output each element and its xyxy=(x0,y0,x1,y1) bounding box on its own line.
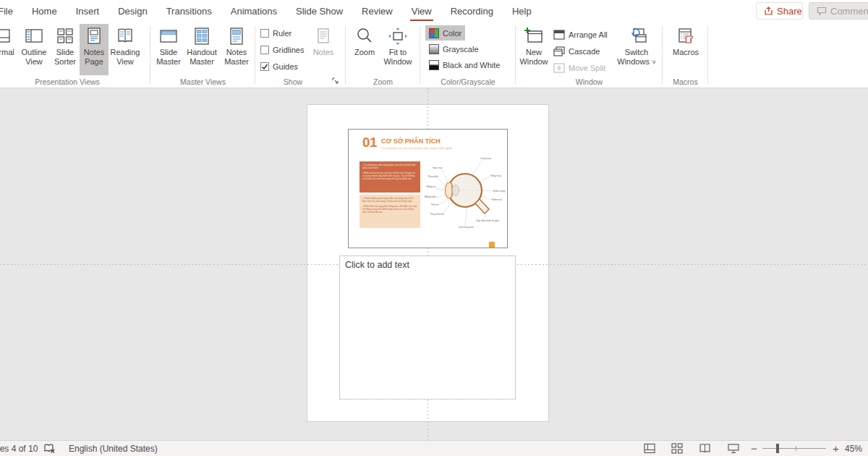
presentation-views-group-label: Presentation Views xyxy=(0,77,148,86)
macros-group-label: Macros xyxy=(663,77,707,86)
move-split-label: Move Split xyxy=(569,64,605,72)
tab-slide-show[interactable]: Slide Show xyxy=(286,0,352,22)
handout-master-label: Handout Master xyxy=(184,48,220,67)
color-label: Color xyxy=(443,29,461,38)
tab-recording[interactable]: Recording xyxy=(441,0,503,22)
eye-label: Đồng tử xyxy=(427,185,436,188)
zoom-in-button[interactable]: + xyxy=(833,441,839,456)
color-grayscale-group-label: Color/Grayscale xyxy=(421,77,515,86)
arrange-all-label: Arrange All xyxy=(569,30,608,39)
show-group-label: Show xyxy=(256,77,330,86)
zoom-slider-track[interactable] xyxy=(762,448,826,449)
slide-master-button[interactable]: Slide Master xyxy=(153,24,184,75)
slide-dark-text-box: Tại võng mạc ánh sáng được cảm thụ và hì… xyxy=(359,161,420,193)
new-window-label: New Window xyxy=(518,48,550,67)
ruler-checkbox-box xyxy=(260,29,269,38)
group-separator xyxy=(255,26,255,84)
tab-view[interactable]: View xyxy=(402,0,441,22)
tab-transitions[interactable]: Transitions xyxy=(157,0,221,22)
macros-icon xyxy=(676,25,695,48)
slide-bullet: Thành phần quan trọng nhất của võng mạc … xyxy=(362,197,417,203)
dialog-launcher-icon xyxy=(332,77,339,85)
outline-view-icon xyxy=(25,25,43,48)
guides-checkbox[interactable]: Guides xyxy=(260,60,298,72)
arrange-all-button[interactable]: Arrange All xyxy=(550,27,611,42)
notes-button[interactable]: Notes xyxy=(307,24,339,75)
notes-master-button[interactable]: Notes Master xyxy=(220,24,253,75)
slide-sorter-status-button[interactable] xyxy=(671,441,683,456)
slideshow-status-button[interactable] xyxy=(728,441,739,456)
guides-checkbox-box xyxy=(260,62,269,71)
black-and-white-icon xyxy=(429,60,439,70)
slide-bullet: Điểm mù là nơi các sợi trục tế bào hạch … xyxy=(362,172,417,181)
fit-to-window-button[interactable]: Fit to Window xyxy=(379,24,417,75)
ribbon: Normal Outline View Slide Sorter Notes P… xyxy=(0,22,868,88)
move-split-button[interactable]: Move Split xyxy=(550,60,609,75)
switch-windows-label: Switch Windows ˅ xyxy=(615,48,658,67)
tab-design[interactable]: Design xyxy=(109,0,156,22)
normal-view-status-button[interactable] xyxy=(644,441,655,456)
switch-windows-button[interactable]: Switch Windows ˅ xyxy=(615,24,658,75)
slide-master-icon xyxy=(159,25,178,48)
slide-section-number: 01 xyxy=(362,135,377,151)
chevron-down-icon: ˅ xyxy=(650,59,656,66)
tab-review[interactable]: Review xyxy=(352,0,402,22)
eye-label: Củng mạc xyxy=(480,157,492,160)
comments-button[interactable]: Comments xyxy=(809,2,868,20)
language-status[interactable]: English (United States) xyxy=(69,441,158,456)
tab-home[interactable]: Home xyxy=(22,0,67,22)
share-icon xyxy=(764,7,773,16)
black-and-white-label: Black and White xyxy=(443,61,500,69)
zoom-slider-thumb[interactable] xyxy=(776,444,779,453)
black-and-white-button[interactable]: Black and White xyxy=(425,57,503,72)
slide-sorter-icon xyxy=(56,25,75,48)
window-group-label: Window xyxy=(516,77,662,86)
switch-windows-icon xyxy=(626,25,647,48)
slide-indicator[interactable]: Notes 4 of 10 xyxy=(0,441,38,456)
zoom-level[interactable]: 45% xyxy=(845,441,862,456)
tab-animations[interactable]: Animations xyxy=(221,0,286,22)
zoom-group-label: Zoom xyxy=(346,77,420,86)
notes-master-icon xyxy=(227,25,246,48)
outline-view-button[interactable]: Outline View xyxy=(17,24,51,75)
grayscale-label: Grayscale xyxy=(443,45,479,54)
notes-text-placeholder[interactable]: Click to add text xyxy=(339,256,516,400)
gridlines-checkbox[interactable]: Gridlines xyxy=(260,43,304,56)
outline-view-label: Outline View xyxy=(17,48,51,67)
reading-view-icon xyxy=(116,25,135,48)
tab-help[interactable]: Help xyxy=(503,0,541,22)
new-window-button[interactable]: New Window xyxy=(518,24,550,75)
handout-master-icon xyxy=(192,25,211,48)
fit-to-window-icon xyxy=(388,25,408,48)
zoom-out-button[interactable]: − xyxy=(751,441,757,456)
slide-sorter-button[interactable]: Slide Sorter xyxy=(51,24,80,75)
zoom-button[interactable]: Zoom xyxy=(350,24,379,75)
eye-label: Thể mi xyxy=(431,203,439,206)
normal-view-button[interactable]: Normal xyxy=(0,24,16,75)
ruler-checkbox[interactable]: Ruler xyxy=(260,27,292,39)
cascade-button[interactable]: Cascade xyxy=(550,43,603,59)
reading-view-status-button[interactable] xyxy=(699,441,711,456)
grayscale-button[interactable]: Grayscale xyxy=(425,41,482,56)
macros-button[interactable]: Macros xyxy=(665,24,706,75)
group-separator xyxy=(707,26,708,84)
slide-thumbnail[interactable]: 01 CƠ SỞ PHÂN TÍCH Cơ sở phân tích của s… xyxy=(348,129,508,248)
color-button[interactable]: Color xyxy=(425,25,465,41)
ruler-label: Ruler xyxy=(273,29,292,38)
notes-page-button[interactable]: Notes Page xyxy=(80,24,109,75)
notes-page-icon xyxy=(85,25,103,48)
zoom-icon xyxy=(355,25,374,48)
eye-anatomy-diagram: Củng mạc Giác mạc Thủy dịch Đồng tử Mống… xyxy=(424,153,507,236)
tab-file[interactable]: File xyxy=(0,0,22,22)
share-button[interactable]: Share xyxy=(756,2,803,20)
handout-master-button[interactable]: Handout Master xyxy=(184,24,220,75)
reading-view-button[interactable]: Reading View xyxy=(109,24,142,75)
spellcheck-icon[interactable] xyxy=(43,441,56,456)
normal-view-label: Normal xyxy=(0,48,14,57)
tab-insert[interactable]: Insert xyxy=(67,0,109,22)
slide-number-badge xyxy=(489,242,495,248)
cascade-icon xyxy=(553,46,565,56)
show-dialog-launcher[interactable] xyxy=(332,77,341,86)
move-split-icon xyxy=(553,63,565,73)
menu-items: File Home Insert Design Transitions Anim… xyxy=(0,0,541,22)
